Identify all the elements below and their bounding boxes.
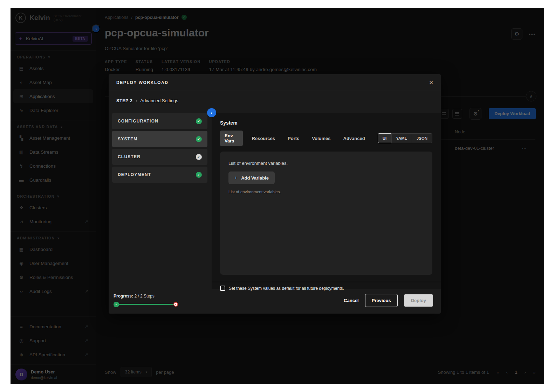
check-circle-pending-icon: ✓ xyxy=(196,154,202,160)
view-mode-ui[interactable]: UI xyxy=(378,133,392,143)
tab-volumes[interactable]: Volumes xyxy=(312,136,330,141)
step-number: STEP 2 xyxy=(116,98,132,103)
step-indicator: STEP 2 • Advanced Settings xyxy=(109,91,441,107)
step-card-deployment[interactable]: DEPLOYMENT ✓ xyxy=(112,167,207,183)
defaults-checkbox[interactable] xyxy=(220,286,225,291)
previous-button[interactable]: Previous xyxy=(365,294,398,307)
step-card-label: DEPLOYMENT xyxy=(118,172,151,177)
env-vars-description: List of environment variables. xyxy=(228,161,424,166)
defaults-checkbox-label: Set these System values as default for a… xyxy=(229,286,344,291)
deploy-button[interactable]: Deploy xyxy=(404,294,433,307)
system-panel: System Env Vars Resources Ports Volumes … xyxy=(212,113,441,289)
tab-resources[interactable]: Resources xyxy=(252,136,275,141)
tab-env-vars[interactable]: Env Vars xyxy=(220,131,243,146)
step-card-label: CLUSTER xyxy=(118,154,141,159)
step-card-label: SYSTEM xyxy=(118,136,138,141)
bullet-icon: • xyxy=(136,99,137,103)
env-vars-helper-text: List of environment variables. xyxy=(228,190,424,194)
deploy-workload-modal: DEPLOY WORKLOAD × STEP 2 • Advanced Sett… xyxy=(109,74,441,314)
progress-line xyxy=(119,304,174,305)
app-window: K Kelvin BETA Environment (DEV) ✦ Kelvin… xyxy=(11,8,544,384)
progress-label: Progress: xyxy=(114,294,133,299)
panel-title: System xyxy=(220,120,432,126)
progress-current-icon xyxy=(174,303,177,306)
step-card-system[interactable]: SYSTEM ✓ xyxy=(112,131,207,147)
panel-tabs: Env Vars Resources Ports Volumes Advance… xyxy=(220,131,432,146)
check-circle-icon: ✓ xyxy=(196,118,202,124)
step-card-cluster[interactable]: CLUSTER ✓ xyxy=(112,149,207,165)
modal-title: DEPLOY WORKLOAD xyxy=(116,80,168,85)
tab-ports[interactable]: Ports xyxy=(288,136,299,141)
progress-block: Progress: 2 / 2 Steps ✓ xyxy=(114,294,177,307)
check-circle-icon: ✓ xyxy=(196,136,202,142)
view-mode-yaml[interactable]: YAML xyxy=(391,133,412,143)
step-card-configuration[interactable]: CONFIGURATION ✓ xyxy=(112,113,207,129)
panel-collapse-button[interactable]: ‹ xyxy=(207,108,216,117)
step-name: Advanced Settings xyxy=(140,98,178,103)
cancel-button[interactable]: Cancel xyxy=(344,298,359,303)
add-variable-button[interactable]: + Add Variable xyxy=(228,172,275,184)
progress-done-icon: ✓ xyxy=(114,302,119,307)
modal-steps-list: CONFIGURATION ✓ SYSTEM ✓ CLUSTER ✓ DEPLO… xyxy=(109,107,212,289)
chevron-left-icon: ‹ xyxy=(211,110,212,115)
view-mode-json[interactable]: JSON xyxy=(412,133,432,143)
close-icon[interactable]: × xyxy=(429,79,433,86)
tab-advanced[interactable]: Advanced xyxy=(343,136,365,141)
step-card-label: CONFIGURATION xyxy=(118,119,158,124)
view-mode-switcher: UI YAML JSON xyxy=(378,133,432,143)
add-variable-label: Add Variable xyxy=(241,175,269,181)
plus-icon: + xyxy=(234,175,237,181)
check-circle-icon: ✓ xyxy=(196,172,202,178)
progress-value: 2 / 2 Steps xyxy=(134,294,154,299)
progress-bar: ✓ xyxy=(114,302,177,307)
env-vars-card: List of environment variables. + Add Var… xyxy=(220,152,432,275)
defaults-checkbox-row: Set these System values as default for a… xyxy=(212,282,441,295)
